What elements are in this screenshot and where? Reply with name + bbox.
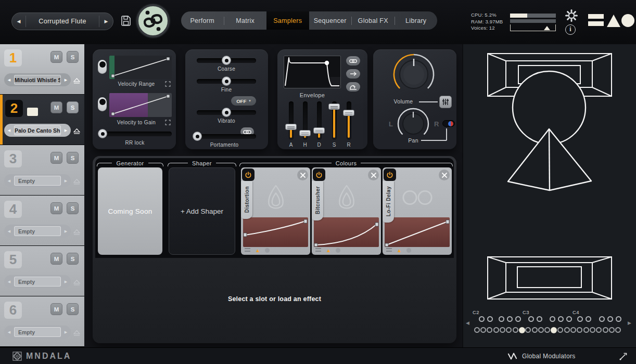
mute-button[interactable]: M [50, 152, 62, 164]
next-sample-arrow[interactable]: ▶ [61, 229, 71, 233]
preset-next-button[interactable]: ▶ [99, 19, 113, 24]
black-key-dot[interactable] [499, 316, 504, 322]
expand-icon[interactable] [165, 81, 171, 87]
range-right-arrow[interactable]: ▶ [628, 320, 631, 326]
sample-selector[interactable]: ◀Mihuioti Whistle S...▶ [4, 73, 71, 86]
tab-perform[interactable]: Perform [181, 11, 224, 30]
black-key-dot[interactable] [599, 316, 605, 322]
prev-sample-arrow[interactable]: ◀ [4, 229, 14, 233]
sampler-slot-1[interactable]: 1MS◀Mihuioti Whistle S...▶ [0, 44, 84, 94]
velocity-gain-editor[interactable] [109, 93, 172, 117]
tab-library[interactable]: Library [395, 11, 438, 30]
collapse-icon[interactable] [618, 352, 628, 361]
solo-button[interactable]: S [67, 51, 79, 63]
velocity-gain-toggle[interactable] [98, 97, 107, 111]
tab-global-fx[interactable]: Global FX [352, 11, 395, 30]
black-key-dot[interactable] [487, 316, 493, 322]
power-button[interactable] [242, 168, 255, 181]
prev-sample-arrow[interactable]: ◀ [4, 128, 14, 133]
prev-sample-arrow[interactable]: ◀ [4, 280, 14, 284]
triangle-indicator[interactable]: ▲ [326, 248, 331, 253]
tab-matrix[interactable]: Matrix [224, 11, 267, 30]
close-icon[interactable] [297, 170, 308, 180]
black-key-dot[interactable] [586, 316, 591, 322]
mute-button[interactable]: M [50, 303, 62, 315]
white-key-dot-active[interactable] [551, 327, 557, 333]
circle-indicator[interactable] [336, 248, 340, 253]
envelope-fader-r[interactable] [343, 101, 354, 140]
white-key-dot[interactable] [609, 327, 615, 333]
menu-icon[interactable] [245, 248, 250, 253]
sample-selector[interactable]: ◀Palo De Canto Sh...▶ [4, 124, 71, 137]
envelope-display[interactable] [284, 56, 341, 88]
white-key-dot[interactable] [500, 327, 505, 333]
black-key-dot[interactable] [550, 316, 555, 322]
settings-gear-icon[interactable] [565, 9, 578, 22]
close-icon[interactable] [439, 170, 450, 180]
menu-icon[interactable] [315, 248, 321, 253]
coarse-slider[interactable] [197, 56, 256, 65]
velocity-range-editor[interactable] [109, 56, 172, 79]
solo-button[interactable]: S [67, 303, 79, 315]
mute-button[interactable]: M [50, 253, 62, 265]
white-key-dot-active[interactable] [519, 327, 525, 333]
eject-icon[interactable] [73, 228, 80, 237]
portamento-slider[interactable] [193, 132, 256, 141]
effect-curve-editor[interactable] [385, 217, 450, 247]
triangle-indicator[interactable]: ▲ [255, 248, 260, 253]
next-sample-arrow[interactable]: ▶ [61, 179, 71, 183]
close-icon[interactable] [368, 170, 379, 180]
envelope-fader-h[interactable] [299, 101, 311, 140]
solo-button[interactable]: S [67, 152, 79, 164]
sample-selector[interactable]: ◀Empty▶ [4, 174, 71, 187]
volume-knob[interactable] [390, 50, 438, 98]
prev-sample-arrow[interactable]: ◀ [4, 330, 14, 334]
effect-name-tab[interactable]: Bitcrusher [312, 181, 323, 220]
envelope-fader-d[interactable] [313, 101, 325, 140]
solo-button[interactable]: S [67, 253, 79, 265]
sampler-slot-3[interactable]: 3MS◀Empty▶ [0, 145, 84, 195]
triangle-indicator[interactable]: ▲ [397, 248, 402, 253]
sampler-slot-6[interactable]: 6MS◀Empty▶ [0, 296, 84, 346]
info-icon[interactable]: i [565, 24, 576, 35]
black-key-dot[interactable] [479, 316, 485, 322]
preset-prev-button[interactable]: ◀ [12, 19, 26, 24]
eject-icon[interactable] [73, 76, 80, 86]
envelope-fader-a[interactable] [285, 101, 297, 140]
mixer-icon[interactable] [439, 96, 452, 108]
stereo-toggle[interactable] [442, 120, 455, 127]
colour-slot-bitcrusher[interactable]: Bitcrusher ▲ [312, 167, 381, 255]
next-sample-arrow[interactable]: ▶ [61, 280, 71, 284]
vibrato-slider[interactable] [197, 108, 256, 117]
circle-indicator[interactable] [406, 248, 411, 253]
expand-icon[interactable] [165, 120, 171, 125]
black-key-dot[interactable] [607, 316, 613, 322]
colour-slot-distortion[interactable]: Distortion ▲ [241, 167, 310, 255]
output-level-slider[interactable] [510, 24, 556, 31]
white-key-dot[interactable] [603, 327, 608, 333]
white-key-dot[interactable] [480, 327, 486, 333]
global-modulators-button[interactable]: Global Modulators [507, 348, 575, 364]
vibrato-mode-dropdown[interactable]: OFF ▾ [231, 96, 256, 106]
white-key-dot[interactable] [570, 327, 576, 333]
mute-button[interactable]: M [50, 51, 62, 63]
solo-button[interactable]: S [67, 202, 79, 214]
sample-selector[interactable]: ◀Empty▶ [4, 326, 71, 339]
next-sample-arrow[interactable]: ▶ [61, 330, 71, 334]
space-wireframe[interactable] [463, 44, 636, 347]
mntra-swirl-logo[interactable] [136, 4, 170, 37]
white-key-dot[interactable] [564, 327, 570, 333]
sample-selector[interactable]: ◀Empty▶ [4, 225, 71, 238]
fine-slider[interactable] [197, 76, 256, 86]
white-key-dot[interactable] [493, 327, 499, 333]
sampler-slot-4[interactable]: 4MS◀Empty▶ [0, 196, 84, 245]
black-key-dot[interactable] [537, 316, 542, 322]
mute-button[interactable]: M [50, 202, 62, 214]
menu-icon[interactable] [386, 248, 392, 253]
sampler-slot-2[interactable]: 2MS◀Palo De Canto Sh...▶ [0, 95, 84, 145]
power-button[interactable] [313, 168, 325, 181]
white-key-dot[interactable] [513, 327, 518, 333]
black-key-dot[interactable] [577, 316, 583, 322]
sampler-slot-5[interactable]: 5MS◀Empty▶ [0, 246, 84, 296]
black-key-dot[interactable] [507, 316, 513, 322]
